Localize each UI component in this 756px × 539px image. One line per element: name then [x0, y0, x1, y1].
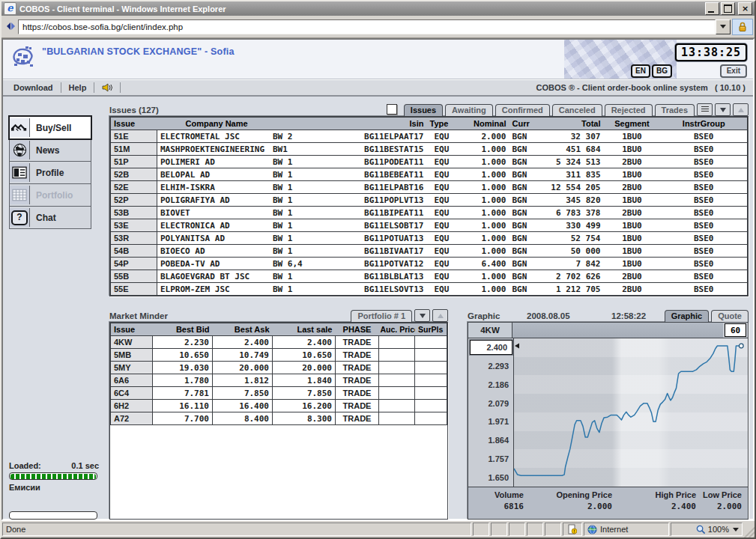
graphic-stat-label: Low Price [703, 490, 742, 501]
exit-button[interactable]: Exit [720, 64, 747, 78]
issues-row[interactable]: 53E ELECTRONICA ADBW 1 BG11ELSOBT17 EQU … [111, 219, 748, 232]
sidebar-item-profile[interactable]: Profile [9, 162, 91, 184]
market-minder-row[interactable]: 5MB 10.650 10.749 10.650 TRADE [111, 349, 447, 362]
issues-select-checkbox[interactable] [387, 104, 397, 115]
graphic-stat-value: 2.000 [717, 501, 742, 512]
cell-isin: BG11POPLVT13 [336, 194, 427, 207]
site-favicon-icon [3, 20, 18, 34]
cell-issue-code: 53E [111, 219, 157, 232]
issues-tab[interactable]: Confirmed [495, 104, 550, 116]
mm-expand-button[interactable] [432, 309, 448, 322]
issues-row[interactable]: 52E ELHIM-ISKRABW 1 BG11ELPABT16 EQU 1.0… [111, 181, 748, 194]
issues-row[interactable]: 51M MASHPROEKTENGINEERINGBW1 BG11BESTAT1… [111, 143, 748, 156]
sidebar-item-buysell[interactable]: Buy/Sell [9, 116, 91, 139]
col-best-bid: Best Bid [153, 323, 213, 336]
page-content: "BULGARIAN STOCK EXCHANGE" - Sofia 13:38… [1, 38, 755, 520]
menu-help[interactable]: Help [61, 82, 95, 93]
chevron-down-icon [720, 25, 726, 28]
sound-toggle-button[interactable] [94, 82, 121, 93]
issues-row[interactable]: 51P POLIMERI ADBW 1 BG11PODEAT11 EQU 1.0… [111, 156, 748, 168]
issues-row[interactable]: 52B BELOPAL ADBW 1 BG11BEBEAT11 EQU 1.00… [111, 168, 748, 181]
company-name: BLAGOEVGRAD BT JSC [160, 271, 273, 282]
portfolio-tab[interactable]: Portfolio # 1 [351, 310, 412, 322]
address-input[interactable]: https://cobos.bse-sofia.bg/client/index.… [18, 19, 716, 34]
cell-type: EQU [427, 270, 466, 283]
cell-nominal: 1.000 [466, 232, 509, 245]
cell-best-ask: 16.400 [213, 400, 273, 412]
market-minder-row[interactable]: 6H2 16.110 16.400 16.200 TRADE [111, 400, 447, 412]
issues-tab[interactable]: Canceled [552, 104, 602, 116]
internet-zone: Internet [584, 523, 669, 536]
market-minder-head: Market Minder Portfolio # 1 [109, 308, 448, 322]
issues-row[interactable]: 55B BLAGOEVGRAD BT JSCBW 1 BG11BLBLAT13 … [111, 270, 748, 283]
cell-total: 52 754 [539, 232, 604, 245]
issues-row[interactable]: 54B BIOECO ADBW 1 BG11BIVAAT17 EQU 1.000… [111, 245, 748, 258]
brand-title: "BULGARIAN STOCK EXCHANGE" - Sofia [42, 46, 235, 57]
minimize-button[interactable] [705, 2, 719, 15]
cell-segment: 2BU0 [604, 270, 661, 283]
maximize-button[interactable] [721, 2, 735, 15]
cell-issue-code: 54B [111, 245, 157, 258]
cell-surplus [415, 336, 447, 349]
lang-bg-button[interactable]: BG [652, 64, 672, 78]
load-progressbar [9, 472, 97, 480]
graphic-tab[interactable]: Quote [711, 310, 749, 322]
list-icon [701, 106, 709, 113]
issues-collapse-button[interactable] [715, 103, 731, 116]
market-minder-row[interactable]: 5MY 19.030 20.000 20.000 TRADE [111, 362, 447, 374]
cell-curr: BGN [509, 130, 539, 143]
issues-row[interactable]: 53B BIOVETBW 1 BG11BIPEAT11 EQU 1.000 BG… [111, 207, 748, 219]
cell-curr: BGN [509, 168, 539, 181]
sidebar-item-news[interactable]: News [9, 139, 91, 162]
interval-input[interactable]: 60 [725, 323, 746, 337]
close-button[interactable]: × [738, 2, 752, 15]
market-minder-row[interactable]: A72 7.700 8.400 8.300 TRADE [111, 412, 447, 425]
bse-logo-icon [12, 46, 36, 71]
market-minder-row[interactable]: 6A6 1.780 1.812 1.840 TRADE [111, 374, 447, 387]
address-dropdown-button[interactable] [716, 19, 731, 34]
issues-row[interactable]: 55E ELPROM-ZEM JSCBW 1 BG11ELSOVT13 EQU … [111, 283, 748, 296]
graphic-stat-label: Opening Price [556, 490, 612, 501]
cell-best-bid: 10.650 [153, 349, 213, 362]
market-minder-row[interactable]: 4KW 2.230 2.400 2.400 TRADE [111, 336, 447, 349]
graphic-stat-label: High Price [656, 490, 696, 501]
issues-expand-button[interactable] [733, 103, 749, 116]
cell-segment: 2BU0 [604, 207, 661, 219]
graphic-stat: High Price 2.400 [617, 490, 701, 519]
menu-download[interactable]: Download [6, 82, 61, 93]
cell-instrgroup: BSE0 [661, 258, 748, 270]
cell-curr: BGN [509, 258, 539, 270]
issues-tab[interactable]: Trades [655, 104, 695, 116]
cell-total: 6 783 378 [539, 207, 604, 219]
cell-type: EQU [427, 168, 466, 181]
cell-curr: BGN [509, 207, 539, 219]
cell-nominal: 1.000 [466, 143, 509, 156]
issues-tab[interactable]: Rejected [605, 104, 653, 116]
mm-collapse-button[interactable] [414, 309, 430, 322]
cell-segment: 2BU0 [604, 283, 661, 296]
lang-en-button[interactable]: EN [631, 64, 650, 78]
issues-row[interactable]: 53R POLYANITSA ADBW 1 BG11POTUAT13 EQU 1… [111, 232, 748, 245]
issues-row[interactable]: 51E ELECTROMETAL JSCBW 2 BG11ELPAAT17 EQ… [111, 130, 748, 143]
market-minder-title: Market Minder [109, 310, 168, 322]
cell-total: 345 820 [539, 194, 604, 207]
company-name: POLIGRAFIYA AD [160, 195, 273, 206]
issues-row[interactable]: 54P POBEDA-TV ADBW 6,4 BG11POTVAT12 EQU … [111, 258, 748, 270]
issues-tab[interactable]: Awaiting [445, 104, 493, 116]
zoom-control[interactable]: 100% [671, 523, 743, 536]
issues-list-button[interactable] [697, 103, 713, 116]
issues-tab[interactable]: Issues [404, 104, 443, 116]
graphic-tab[interactable]: Graphic [665, 310, 710, 322]
issues-list-caption: Емисии [9, 483, 99, 492]
price-tick: 1.864 [468, 431, 513, 450]
market-minder-row[interactable]: 6C4 7.781 7.850 7.850 TRADE [111, 387, 447, 400]
security-lock-button[interactable] [732, 19, 753, 35]
cell-best-bid: 19.030 [153, 362, 213, 374]
price-tick: 1.971 [468, 412, 513, 431]
cell-best-ask: 10.749 [213, 349, 273, 362]
cell-instrgroup: BSE0 [661, 207, 748, 219]
resize-grip[interactable] [744, 523, 755, 538]
cell-segment: 1BU0 [604, 219, 661, 232]
issues-row[interactable]: 52P POLIGRAFIYA ADBW 1 BG11POPLVT13 EQU … [111, 194, 748, 207]
sidebar-item-chat[interactable]: ? Chat [9, 207, 91, 229]
